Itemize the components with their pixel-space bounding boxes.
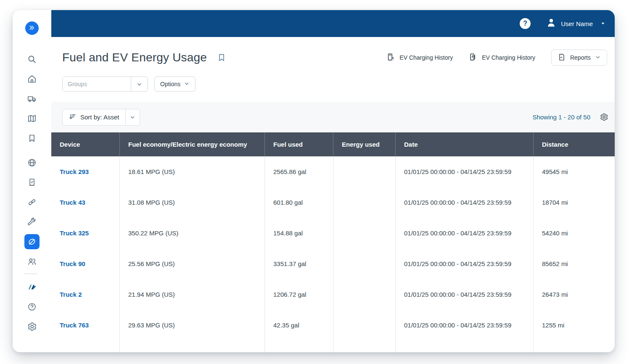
reports-button[interactable]: Reports xyxy=(551,50,607,66)
action-label: EV Charging History xyxy=(482,54,535,61)
sidebar-item-map[interactable] xyxy=(24,111,40,126)
wrench-icon xyxy=(27,217,37,227)
device-link[interactable]: Truck 90 xyxy=(60,260,85,267)
date-cell: 01/01/25 00:00:00 - 04/14/25 23:59:59 xyxy=(396,156,534,187)
device-link[interactable]: Truck 43 xyxy=(60,199,85,206)
ev-charging-history-link-2[interactable]: EV Charging History xyxy=(469,53,535,63)
table-row: Truck 76329.63 MPG (US)42.35 gal01/01/25… xyxy=(51,310,615,340)
economy-cell: 25.56 MPG (US) xyxy=(120,248,265,279)
caret-down-icon xyxy=(600,21,605,26)
logo-icon xyxy=(26,282,37,293)
sidebar-item-clipboard-check[interactable] xyxy=(24,175,40,190)
sort-amount-icon xyxy=(69,113,77,122)
economy-cell: 29.63 MPG (US) xyxy=(120,310,265,340)
sort-button[interactable]: Sort by: Asset xyxy=(62,109,140,126)
economy-cell: 21.94 MPG (US) xyxy=(120,279,265,310)
topbar: ? User Name xyxy=(51,10,615,37)
date-cell: 01/01/25 00:00:00 - 04/14/25 23:59:59 xyxy=(396,279,534,310)
energy-used-cell xyxy=(333,310,396,340)
device-link[interactable]: Truck 325 xyxy=(60,229,89,237)
sidebar-item-chain-link[interactable] xyxy=(24,195,40,210)
table-header-row: DeviceFuel economy/Electric energy econo… xyxy=(51,132,615,156)
clipboard-check-icon xyxy=(27,177,37,187)
column-header: Fuel economy/Electric energy economy xyxy=(120,132,265,156)
truck-icon xyxy=(27,94,37,104)
date-cell: 01/01/25 00:00:00 - 04/14/25 23:59:59 xyxy=(396,218,534,248)
empty-cell xyxy=(534,340,615,352)
header-actions: EV Charging History EV Charging History … xyxy=(386,50,607,66)
energy-used-cell xyxy=(333,187,396,218)
distance-cell: 85652 mi xyxy=(534,248,615,279)
sort-dropdown-button[interactable] xyxy=(125,109,140,125)
help-circle-icon xyxy=(27,302,37,312)
double-chevron-right-icon xyxy=(29,24,35,32)
table-row: Truck 4331.08 MPG (US)601.80 gal01/01/25… xyxy=(51,187,615,218)
sidebar-item-search[interactable] xyxy=(24,52,40,67)
sidebar-item-settings[interactable] xyxy=(24,319,40,334)
device-cell: Truck 2 xyxy=(51,279,120,310)
table-settings-gear-icon[interactable] xyxy=(600,113,608,121)
device-cell: Truck 90 xyxy=(51,248,120,279)
user-menu[interactable]: User Name xyxy=(546,17,605,30)
distance-cell: 18704 mi xyxy=(534,187,615,218)
sidebar-item-leaf[interactable] xyxy=(24,234,40,249)
chevron-down-icon xyxy=(184,81,190,88)
sidebar-item-help[interactable] xyxy=(24,299,40,314)
distance-cell: 1255 mi xyxy=(534,310,615,340)
page-header: Fuel and EV Energy Usage EV Charging His… xyxy=(62,49,607,66)
empty-cell xyxy=(120,340,265,352)
table-row: Truck 325350.22 MPG (US)154.88 gal01/01/… xyxy=(51,218,615,248)
sidebar-item-truck[interactable] xyxy=(24,91,40,106)
economy-cell: 18.61 MPG (US) xyxy=(120,156,265,187)
energy-used-cell xyxy=(333,248,396,279)
sidebar-item-people[interactable] xyxy=(24,254,40,269)
sidebar-items xyxy=(24,52,40,339)
sidebar-item-globe[interactable] xyxy=(24,155,40,170)
filter-row: Options xyxy=(62,76,615,92)
table-body: Truck 29318.61 MPG (US)2565.86 gal01/01/… xyxy=(51,156,615,352)
distance-cell: 54240 mi xyxy=(534,218,615,248)
leaf-icon xyxy=(27,237,37,247)
options-button[interactable]: Options xyxy=(154,76,196,92)
device-cell: Truck 325 xyxy=(51,218,120,248)
options-label: Options xyxy=(160,81,180,87)
date-cell: 01/01/25 00:00:00 - 04/14/25 23:59:59 xyxy=(396,248,534,279)
help-icon[interactable]: ? xyxy=(520,18,531,29)
groups-input[interactable] xyxy=(63,77,131,91)
sidebar-item-wrench[interactable] xyxy=(24,214,40,229)
device-link[interactable]: Truck 2 xyxy=(60,291,82,298)
device-link[interactable]: Truck 763 xyxy=(60,322,89,329)
globe-icon xyxy=(27,158,37,168)
search-icon xyxy=(27,54,37,64)
fuel-used-cell: 42.35 gal xyxy=(265,310,333,340)
reports-label: Reports xyxy=(570,54,591,61)
table-row: Truck 221.94 MPG (US)1206.72 gal01/01/25… xyxy=(51,279,615,310)
fuel-used-cell: 2565.86 gal xyxy=(265,156,333,187)
people-icon xyxy=(27,256,37,266)
device-link[interactable]: Truck 293 xyxy=(60,168,89,175)
sidebar-divider xyxy=(24,274,37,274)
bookmark-outline-icon[interactable] xyxy=(217,53,226,62)
device-cell: Truck 293 xyxy=(51,156,120,187)
fuel-used-cell: 1206.72 gal xyxy=(265,279,333,310)
results-table: DeviceFuel economy/Electric energy econo… xyxy=(51,132,615,352)
action-label: EV Charging History xyxy=(399,54,453,61)
groups-dropdown-button[interactable] xyxy=(131,77,148,91)
empty-cell xyxy=(51,340,120,352)
column-header: Device xyxy=(51,132,120,156)
date-cell: 01/01/25 00:00:00 - 04/14/25 23:59:59 xyxy=(396,187,534,218)
sidebar xyxy=(13,10,51,352)
sidebar-item-home[interactable] xyxy=(24,71,40,87)
main-content: ? User Name Fuel and EV Energy Usage xyxy=(51,10,615,352)
empty-cell xyxy=(265,340,333,352)
fuel-used-cell: 601.80 gal xyxy=(265,187,333,218)
sidebar-item-bookmark[interactable] xyxy=(24,131,40,146)
empty-cell xyxy=(333,340,396,352)
expand-sidebar-button[interactable] xyxy=(25,21,39,35)
ev-charging-history-link-1[interactable]: EV Charging History xyxy=(386,53,453,63)
column-header: Distance xyxy=(534,132,615,156)
user-avatar-icon xyxy=(546,17,557,30)
document-icon xyxy=(558,53,566,63)
sidebar-item-logo[interactable] xyxy=(24,280,40,295)
user-name-label: User Name xyxy=(561,20,593,27)
